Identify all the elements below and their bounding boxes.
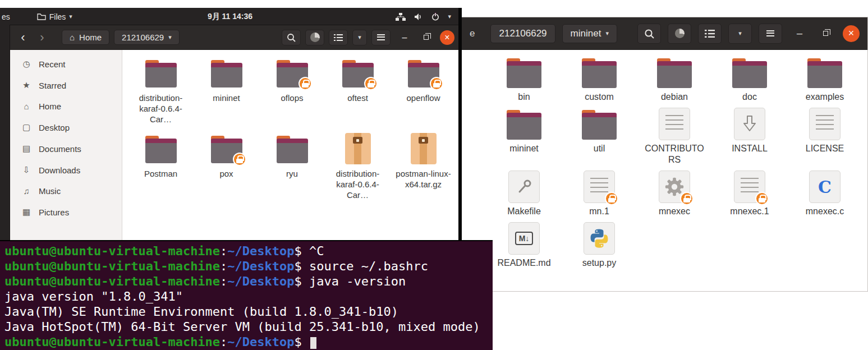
sidebar-item-label: Home: [39, 102, 61, 111]
file-label: openflow: [406, 93, 440, 103]
close-button[interactable]: ×: [843, 25, 860, 42]
file-item-postman-linux-x64-tar-gz[interactable]: postman-linux-x64.tar.gz: [391, 132, 456, 200]
file-item-debian[interactable]: debian: [637, 56, 712, 103]
maximize-button[interactable]: [817, 25, 834, 42]
file-item-makefile[interactable]: Makefile: [486, 170, 562, 217]
file-item-doc[interactable]: doc: [712, 56, 787, 103]
python-file-icon: [584, 222, 615, 255]
left-window-body: ◷Recent★Starred⌂Home▢Desktop▤Documents⇩D…: [10, 50, 460, 242]
restore-icon: [424, 35, 429, 40]
view-options-button[interactable]: ▾: [352, 30, 367, 45]
file-item-setup-py[interactable]: setup.py: [562, 222, 637, 269]
terminal-window[interactable]: ubuntu@ubuntu-virtual-machine:~/Desktop$…: [0, 240, 493, 350]
sidebar-item-downloads[interactable]: ⇩Downloads: [13, 159, 118, 181]
file-label: postman-linux-x64.tar.gz: [396, 168, 452, 190]
sidebar-item-starred[interactable]: ★Starred: [13, 75, 118, 96]
sidebar-item-label: Desktop: [39, 123, 70, 132]
file-label: oflops: [281, 93, 303, 103]
file-item-oflops[interactable]: oflops: [259, 57, 325, 125]
lock-emblem-icon: [755, 192, 769, 205]
view-list-button[interactable]: [698, 24, 722, 44]
pathbar-folder-button[interactable]: 212106629 ▾: [114, 30, 180, 45]
file-item-postman[interactable]: Postman: [128, 132, 194, 200]
view-options-button[interactable]: ▾: [728, 24, 752, 44]
files-window-212106629: ‹ › ⌂ Home 212106629 ▾ ▾ – ×: [10, 25, 460, 242]
files-appmenu[interactable]: Files ▾: [33, 11, 77, 22]
lock-emblem-icon: [233, 153, 246, 166]
sidebar-item-desktop[interactable]: ▢Desktop: [13, 117, 118, 138]
menu-button[interactable]: [759, 24, 782, 44]
file-item-pox[interactable]: pox: [194, 132, 259, 200]
file-item-mininet[interactable]: mininet: [486, 107, 562, 165]
file-item-mnexec[interactable]: mnexec: [637, 170, 712, 217]
forward-button[interactable]: ›: [35, 30, 49, 45]
file-label: mnexec: [659, 206, 690, 217]
file-item-openflow[interactable]: openflow: [391, 57, 456, 125]
sidebar-item-documents[interactable]: ▤Documents: [13, 138, 118, 159]
file-item-distribution-karaf-0-6-4-car[interactable]: distribution-karaf-0.6.4-Car…: [325, 132, 391, 200]
chevron-down-icon: ▾: [605, 30, 609, 37]
chevron-down-icon: ▾: [448, 13, 451, 20]
file-item-bin[interactable]: bin: [486, 56, 562, 103]
close-icon: ×: [444, 33, 449, 43]
folder-icon: [145, 140, 177, 163]
folder-icon: [211, 64, 242, 88]
clock-label[interactable]: 9月 11 14:36: [208, 12, 252, 22]
minimize-button[interactable]: –: [791, 25, 808, 42]
operations-button[interactable]: [668, 24, 691, 44]
sidebar-item-pictures[interactable]: ▦Pictures: [13, 201, 118, 223]
hamburger-icon: [377, 34, 385, 40]
file-item-mnexec-c[interactable]: Cmnexec.c: [787, 170, 862, 217]
file-item-readme-md[interactable]: M↓README.md: [486, 222, 562, 269]
file-item-examples[interactable]: examples: [787, 56, 862, 103]
maximize-button[interactable]: [419, 30, 433, 45]
pathbar-parent-button[interactable]: 212106629: [490, 24, 555, 43]
sidebar-item-home[interactable]: ⌂Home: [13, 96, 118, 117]
back-button[interactable]: ‹: [16, 30, 30, 45]
file-item-oftest[interactable]: oftest: [325, 57, 391, 125]
executable-gear-icon: [659, 171, 690, 203]
window-edge-divider: [458, 8, 462, 242]
chevron-down-icon: ▾: [358, 34, 361, 41]
file-label: Makefile: [507, 206, 541, 217]
close-button[interactable]: ×: [440, 30, 454, 45]
close-icon: ×: [848, 27, 855, 39]
file-item-util[interactable]: util: [562, 107, 637, 165]
file-label: Postman: [144, 168, 177, 179]
file-item-license[interactable]: LICENSE: [787, 107, 862, 165]
file-item-ryu[interactable]: ryu: [259, 132, 325, 200]
menu-button[interactable]: [371, 30, 391, 45]
sidebar-item-label: Documents: [39, 144, 81, 154]
sidebar-item-label: Pictures: [39, 208, 69, 217]
pathbar-home-button[interactable]: ⌂ Home: [62, 30, 109, 45]
file-item-mnexec-1[interactable]: mnexec.1: [712, 170, 787, 217]
file-item-mn-1[interactable]: mn.1: [562, 170, 637, 217]
terminal-cursor: [310, 337, 316, 349]
music-icon: ♫: [21, 186, 31, 196]
files-appmenu-label: Files: [49, 12, 66, 21]
top-bar: es Files ▾ 9月 11 14:36 ▾: [0, 8, 460, 25]
file-label: pox: [219, 168, 233, 179]
search-button[interactable]: [282, 30, 301, 45]
pathbar-folder-button[interactable]: mininet ▾: [562, 24, 617, 43]
operations-button[interactable]: [305, 30, 324, 45]
text-file-icon: [734, 171, 765, 203]
activities-cut-label[interactable]: es: [2, 12, 10, 21]
file-item-install[interactable]: INSTALL: [712, 107, 787, 165]
hamburger-icon: [766, 30, 774, 36]
file-item-contributors[interactable]: CONTRIBUTORS: [637, 107, 712, 165]
screen-left-edge: [0, 25, 10, 242]
view-list-button[interactable]: [329, 30, 348, 45]
sidebar-item-label: Downloads: [39, 165, 80, 175]
search-button[interactable]: [637, 24, 661, 44]
minimize-button[interactable]: –: [397, 30, 412, 45]
file-item-mininet[interactable]: mininet: [194, 57, 259, 125]
terminal-line: java version "1.8.0_341": [4, 289, 493, 304]
file-item-distribution-karaf-0-6-4-car[interactable]: distribution-karaf-0.6.4-Car…: [128, 57, 194, 125]
file-label: examples: [806, 91, 844, 103]
file-item-custom[interactable]: custom: [562, 56, 637, 103]
folder-icon: [582, 62, 617, 88]
system-status-area[interactable]: ▾: [396, 12, 451, 21]
sidebar-item-music[interactable]: ♫Music: [13, 181, 118, 201]
sidebar-item-recent[interactable]: ◷Recent: [13, 53, 118, 75]
